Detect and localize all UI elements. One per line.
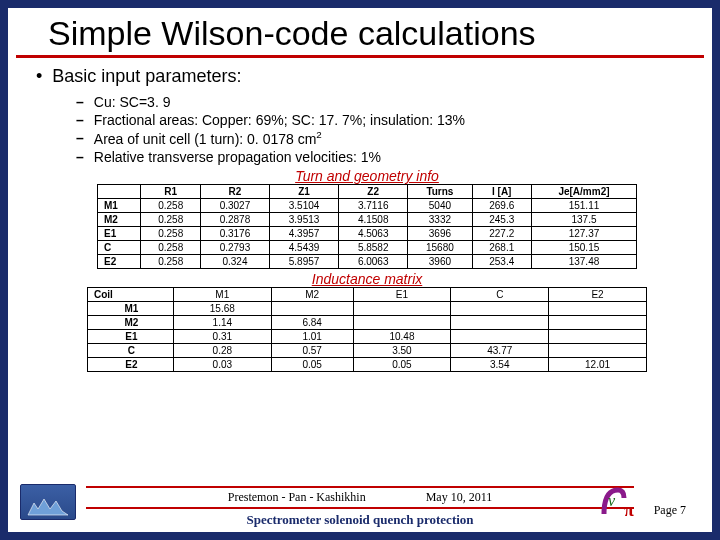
footer-date: May 10, 2011 <box>426 490 493 505</box>
svg-text:ν: ν <box>608 492 616 509</box>
superscript: 2 <box>316 129 321 140</box>
body: • Basic input parameters: – Cu: SC=3. 9 … <box>8 58 712 372</box>
cell: 3.9513 <box>270 213 339 227</box>
subitem-text: Area of unit cell (1 turn): 0. 0178 cm2 <box>94 129 322 148</box>
cell: 5.8582 <box>339 241 408 255</box>
cell: 10.48 <box>353 330 451 344</box>
cell: 0.28 <box>173 344 271 358</box>
cell: M1 <box>88 302 174 316</box>
cell: 3.7116 <box>339 199 408 213</box>
cell: 0.258 <box>141 199 200 213</box>
cell: C <box>98 241 141 255</box>
inductance-matrix-table: CoilM1M2E1CE2 M115.68M21.146.84E10.311.0… <box>87 287 647 372</box>
cell: 3.54 <box>451 358 549 372</box>
table-row: C0.2580.27934.54395.858215680268.1150.15 <box>98 241 637 255</box>
col-header: C <box>451 288 549 302</box>
cell: 0.2793 <box>200 241 269 255</box>
cell: 0.05 <box>271 358 353 372</box>
cell: 3.5104 <box>270 199 339 213</box>
cell: 43.77 <box>451 344 549 358</box>
col-header: Coil <box>88 288 174 302</box>
cell: 1.14 <box>173 316 271 330</box>
subitem: – Fractional areas: Copper: 69%; SC: 17.… <box>76 111 698 129</box>
cell: 0.3176 <box>200 227 269 241</box>
table1-caption: Turn and geometry info <box>36 168 698 184</box>
cell: 269.6 <box>472 199 531 213</box>
cell: 3332 <box>408 213 472 227</box>
cell: 5040 <box>408 199 472 213</box>
col-header: Je[A/mm2] <box>531 185 636 199</box>
cell: 245.3 <box>472 213 531 227</box>
subitem: – Relative transverse propagation veloci… <box>76 148 698 166</box>
subitem-text: Relative transverse propagation velociti… <box>94 148 381 166</box>
cell: C <box>88 344 174 358</box>
table-row: M20.2580.28783.95134.15083332245.3137.5 <box>98 213 637 227</box>
cell: 151.11 <box>531 199 636 213</box>
col-header: I [A] <box>472 185 531 199</box>
col-header: E1 <box>353 288 451 302</box>
cell: 137.5 <box>531 213 636 227</box>
cell: 4.5439 <box>270 241 339 255</box>
table-row: E20.2580.3245.89576.00633960253.4137.48 <box>98 255 637 269</box>
subitem: – Area of unit cell (1 turn): 0. 0178 cm… <box>76 129 698 148</box>
bullet-marker: • <box>36 66 42 87</box>
cell: 3.50 <box>353 344 451 358</box>
cell: 0.258 <box>141 255 200 269</box>
slide: Simple Wilson-code calculations • Basic … <box>8 8 712 532</box>
cell: E2 <box>98 255 141 269</box>
table-row: E10.2580.31764.39574.50633696227.2127.37 <box>98 227 637 241</box>
cell: E1 <box>98 227 141 241</box>
cell: 0.31 <box>173 330 271 344</box>
col-header: Z1 <box>270 185 339 199</box>
col-header: E2 <box>549 288 647 302</box>
cell: 4.5063 <box>339 227 408 241</box>
cell: 0.57 <box>271 344 353 358</box>
dash-marker: – <box>76 93 84 111</box>
bullet-level1: • Basic input parameters: <box>36 66 698 87</box>
dash-marker: – <box>76 129 84 148</box>
cell: M2 <box>98 213 141 227</box>
dash-marker: – <box>76 111 84 129</box>
cell: 0.03 <box>173 358 271 372</box>
cell: 15680 <box>408 241 472 255</box>
cell: 253.4 <box>472 255 531 269</box>
table-row: M115.68 <box>88 302 647 316</box>
cell: 1.01 <box>271 330 353 344</box>
cell: 3696 <box>408 227 472 241</box>
slide-title: Simple Wilson-code calculations <box>8 8 712 53</box>
turn-geometry-table: R1R2Z1Z2TurnsI [A]Je[A/mm2] M10.2580.302… <box>97 184 637 269</box>
berkeley-lab-logo <box>20 484 76 520</box>
cell: 127.37 <box>531 227 636 241</box>
cell <box>451 316 549 330</box>
cell: E2 <box>88 358 174 372</box>
table-row: E20.030.050.053.5412.01 <box>88 358 647 372</box>
table-row: M21.146.84 <box>88 316 647 330</box>
subitem-text: Fractional areas: Copper: 69%; SC: 17. 7… <box>94 111 465 129</box>
cell: 0.2878 <box>200 213 269 227</box>
svg-text:π: π <box>624 500 634 520</box>
footer-authors: Prestemon - Pan - Kashikhin <box>228 490 366 505</box>
table-row: C0.280.573.5043.77 <box>88 344 647 358</box>
table2-caption: Inductance matrix <box>36 271 698 287</box>
cell <box>549 302 647 316</box>
cell: 0.258 <box>141 227 200 241</box>
cell: 5.8957 <box>270 255 339 269</box>
cell: 227.2 <box>472 227 531 241</box>
cell: E1 <box>88 330 174 344</box>
cell: 15.68 <box>173 302 271 316</box>
cell: 0.324 <box>200 255 269 269</box>
cell <box>451 330 549 344</box>
cell: 6.84 <box>271 316 353 330</box>
cell: 0.05 <box>353 358 451 372</box>
table-row: E10.311.0110.48 <box>88 330 647 344</box>
cell: 6.0063 <box>339 255 408 269</box>
cell: M1 <box>98 199 141 213</box>
cell: 12.01 <box>549 358 647 372</box>
sublist: – Cu: SC=3. 9 – Fractional areas: Copper… <box>76 93 698 166</box>
table-row: M10.2580.30273.51043.71165040269.6151.11 <box>98 199 637 213</box>
cell: 4.3957 <box>270 227 339 241</box>
cell: 268.1 <box>472 241 531 255</box>
subitem-text: Cu: SC=3. 9 <box>94 93 171 111</box>
col-header <box>98 185 141 199</box>
col-header: R1 <box>141 185 200 199</box>
